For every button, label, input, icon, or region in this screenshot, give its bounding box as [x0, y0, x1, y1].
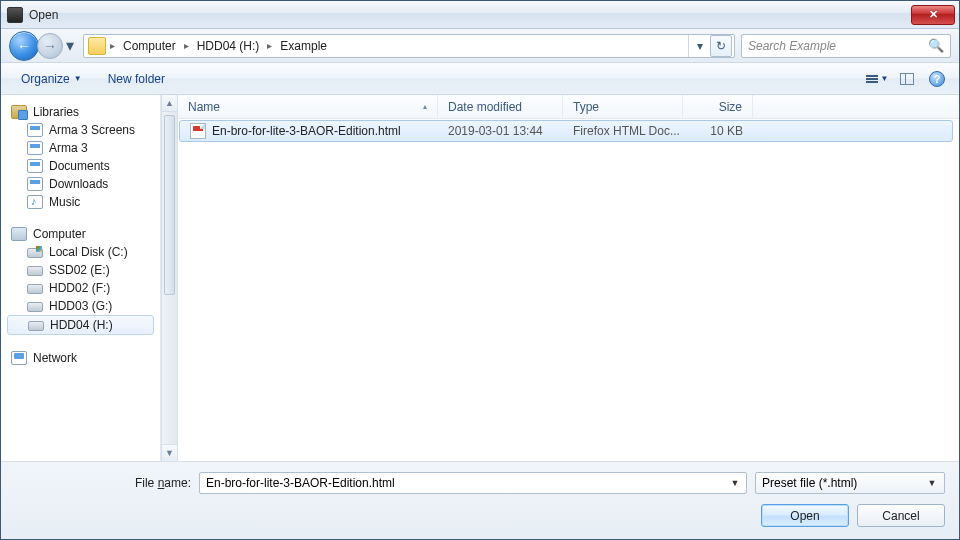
tree-computer[interactable]: Computer	[7, 225, 160, 243]
disk-icon	[28, 321, 44, 331]
nav-scrollbar[interactable]: ▲ ▼	[161, 95, 178, 461]
file-type: Firefox HTML Doc...	[563, 124, 683, 138]
file-list-pane: Name▴ Date modified Type Size En-bro-for…	[178, 95, 959, 461]
arrow-right-icon: →	[43, 39, 57, 53]
body: Libraries Arma 3 Screens Arma 3 Document…	[1, 95, 959, 461]
library-icon	[27, 141, 43, 155]
navigation-pane: Libraries Arma 3 Screens Arma 3 Document…	[1, 95, 161, 461]
chevron-down-icon[interactable]: ▼	[728, 468, 742, 498]
file-type-filter[interactable]: Preset file (*.html)▼	[755, 472, 945, 494]
nav-history-dropdown[interactable]: ▾	[63, 31, 77, 61]
search-input[interactable]: Search Example 🔍	[741, 34, 951, 58]
scroll-down-icon[interactable]: ▼	[162, 444, 177, 461]
library-icon	[27, 177, 43, 191]
library-icon	[27, 123, 43, 137]
col-size[interactable]: Size	[683, 95, 753, 118]
cancel-button[interactable]: Cancel	[857, 504, 945, 527]
button-row: Open Cancel	[15, 504, 945, 527]
nav-forward-button[interactable]: →	[37, 33, 63, 59]
help-icon: ?	[929, 71, 945, 87]
tree-item[interactable]: HDD02 (F:)	[7, 279, 160, 297]
chevron-down-icon[interactable]: ▼	[925, 468, 939, 498]
library-icon	[27, 159, 43, 173]
pane-icon	[900, 73, 914, 85]
sort-asc-icon: ▴	[423, 102, 427, 111]
tree-libraries[interactable]: Libraries	[7, 103, 160, 121]
disk-icon	[27, 266, 43, 276]
chevron-down-icon: ▼	[881, 74, 889, 83]
views-button[interactable]: ▼	[865, 68, 889, 90]
chevron-right-icon: ▸	[265, 40, 274, 51]
col-type[interactable]: Type	[563, 95, 683, 118]
file-date: 2019-03-01 13:44	[438, 124, 563, 138]
footer: File name: En-bro-for-lite-3-BAOR-Editio…	[1, 461, 959, 539]
disk-icon	[27, 302, 43, 312]
open-button[interactable]: Open	[761, 504, 849, 527]
open-dialog: Open ✕ ← → ▾ ▸ Computer ▸ HDD04 (H:) ▸ E…	[0, 0, 960, 540]
preview-pane-button[interactable]	[895, 68, 919, 90]
breadcrumb-seg-drive[interactable]: HDD04 (H:)	[191, 35, 266, 57]
nav-row: ← → ▾ ▸ Computer ▸ HDD04 (H:) ▸ Example …	[1, 29, 959, 63]
breadcrumb-seg-computer[interactable]: Computer	[117, 35, 182, 57]
arrow-left-icon: ←	[17, 39, 31, 53]
filename-label: File name:	[15, 476, 191, 490]
folder-icon	[88, 37, 106, 55]
window-title: Open	[29, 8, 58, 22]
music-icon	[27, 195, 43, 209]
libraries-icon	[11, 105, 27, 119]
breadcrumb[interactable]: ▸ Computer ▸ HDD04 (H:) ▸ Example ▾ ↻	[83, 34, 735, 58]
search-icon: 🔍	[928, 38, 944, 53]
filename-row: File name: En-bro-for-lite-3-BAOR-Editio…	[15, 472, 945, 494]
column-headers: Name▴ Date modified Type Size	[178, 95, 959, 119]
computer-icon	[11, 227, 27, 241]
new-folder-button[interactable]: New folder	[98, 69, 175, 89]
nav-back-button[interactable]: ←	[9, 31, 39, 61]
chevron-right-icon: ▸	[182, 40, 191, 51]
breadcrumb-seg-folder[interactable]: Example	[274, 35, 333, 57]
help-button[interactable]: ?	[925, 68, 949, 90]
file-row[interactable]: En-bro-for-lite-3-BAOR-Edition.html 2019…	[179, 120, 953, 142]
refresh-button[interactable]: ↻	[710, 35, 732, 57]
tree-item-selected[interactable]: HDD04 (H:)	[7, 315, 154, 335]
file-name: En-bro-for-lite-3-BAOR-Edition.html	[212, 124, 401, 138]
search-placeholder: Search Example	[748, 39, 836, 53]
app-icon	[7, 7, 23, 23]
chevron-right-icon: ▸	[108, 40, 117, 51]
close-button[interactable]: ✕	[911, 5, 955, 25]
toolbar: Organize▼ New folder ▼ ?	[1, 63, 959, 95]
tree-item[interactable]: Arma 3	[7, 139, 160, 157]
organize-button[interactable]: Organize▼	[11, 69, 92, 89]
chevron-down-icon: ▼	[74, 74, 82, 83]
tree-item[interactable]: Local Disk (C:)	[7, 243, 160, 261]
tree-item[interactable]: Downloads	[7, 175, 160, 193]
filename-input[interactable]: En-bro-for-lite-3-BAOR-Edition.html▼	[199, 472, 747, 494]
disk-icon	[27, 248, 43, 258]
breadcrumb-dropdown[interactable]: ▾	[688, 35, 710, 57]
tree-item[interactable]: SSD02 (E:)	[7, 261, 160, 279]
tree-item[interactable]: Music	[7, 193, 160, 211]
file-size: 10 KB	[683, 124, 753, 138]
scroll-up-icon[interactable]: ▲	[162, 95, 177, 112]
col-name[interactable]: Name▴	[178, 95, 438, 118]
tree-network[interactable]: Network	[7, 349, 160, 367]
views-icon	[866, 75, 878, 83]
titlebar: Open ✕	[1, 1, 959, 29]
tree-item[interactable]: HDD03 (G:)	[7, 297, 160, 315]
scroll-thumb[interactable]	[164, 115, 175, 295]
disk-icon	[27, 284, 43, 294]
tree-item[interactable]: Documents	[7, 157, 160, 175]
html-file-icon	[190, 123, 206, 139]
tree-item[interactable]: Arma 3 Screens	[7, 121, 160, 139]
col-date[interactable]: Date modified	[438, 95, 563, 118]
network-icon	[11, 351, 27, 365]
